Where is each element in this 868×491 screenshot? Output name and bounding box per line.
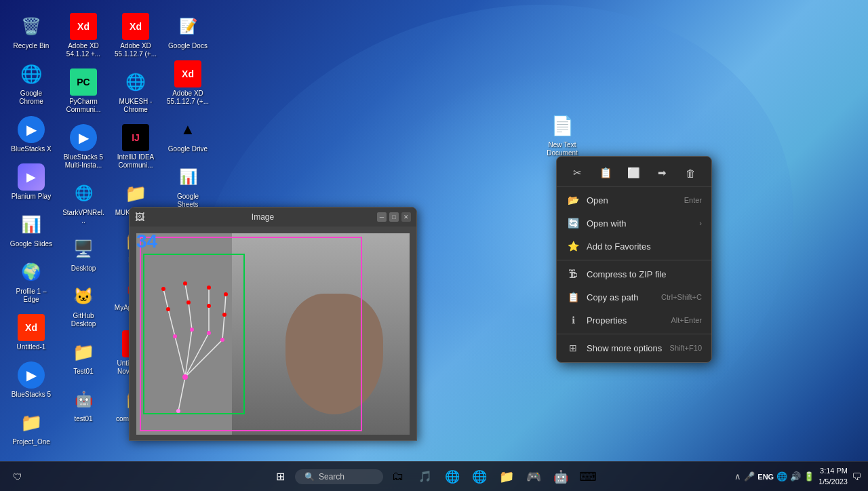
network-icon: 🌐 bbox=[776, 471, 787, 482]
ctx-properties-shortcut: Alt+Enter bbox=[671, 316, 702, 324]
bluestacks-multi-label: BlueStacks 5Multi-Insta... bbox=[64, 153, 103, 170]
taskbar-edge-icon[interactable]: 🎵 bbox=[413, 465, 437, 489]
ctx-open[interactable]: 📂 Open Enter bbox=[557, 189, 711, 212]
icon-pycharm[interactable]: PC PyCharmCommuni... bbox=[59, 66, 108, 117]
language-badge: ENG bbox=[757, 473, 774, 481]
ctx-properties-label: Properties bbox=[587, 315, 627, 326]
close-button[interactable]: ✕ bbox=[401, 212, 411, 222]
icon-bluestacks-x[interactable]: ▶ BlueStacks X bbox=[7, 113, 56, 156]
ctx-copy-path-shortcut: Ctrl+Shift+C bbox=[661, 293, 702, 301]
icon-profile-edge[interactable]: 🌍 Profile 1 –Edge bbox=[7, 256, 56, 307]
ctx-add-favorites[interactable]: ⭐ Add to Favorites bbox=[557, 235, 711, 258]
svg-line-4 bbox=[178, 377, 185, 411]
icon-intellij[interactable]: IJ IntelliJ IDEACommuni... bbox=[111, 121, 160, 172]
ctx-open-with-icon: 🔄 bbox=[566, 216, 580, 230]
ctx-open-with-arrow: › bbox=[699, 219, 702, 227]
taskbar-clock[interactable]: 3:14 PM 1/5/2023 bbox=[818, 466, 848, 487]
adobe-xd2-icon: Xd bbox=[122, 13, 149, 40]
search-bar[interactable]: 🔍 Search bbox=[295, 469, 383, 484]
taskbar-folder-icon[interactable]: 📁 bbox=[494, 465, 519, 489]
mukesh-chrome-label: MUKESH -Chrome bbox=[119, 98, 153, 114]
icon-google-docs[interactable]: 📝 Google Docs bbox=[163, 10, 212, 53]
ctx-delete-icon[interactable]: 🗑 bbox=[681, 163, 700, 182]
ctx-copy-icon[interactable]: 📋 bbox=[596, 163, 615, 182]
github-icon: 🐱 bbox=[70, 283, 97, 310]
ctx-paste-icon[interactable]: ⬜ bbox=[625, 163, 644, 182]
minimize-button[interactable]: ─ bbox=[377, 212, 387, 222]
ctx-copy-path-label: Copy as path bbox=[587, 292, 639, 302]
ctx-more-options-icon: ⊞ bbox=[566, 341, 580, 355]
adobe-xd3-label: Adobe XD55.1.12.7 (+... bbox=[167, 90, 209, 106]
icon-github[interactable]: 🐱 GitHubDesktop bbox=[59, 280, 108, 331]
ctx-properties[interactable]: ℹ Properties Alt+Enter bbox=[557, 309, 711, 332]
icon-untitled1[interactable]: Xd Untitled-1 bbox=[7, 311, 56, 354]
ctx-open-icon: 📂 bbox=[566, 193, 580, 207]
desktop-label: Desktop bbox=[71, 264, 96, 273]
new-text-doc-icon[interactable]: 📄 New Text Document bbox=[538, 112, 587, 157]
notification-icon[interactable]: 🗨 bbox=[852, 471, 861, 482]
bluestacks-multi-icon: ▶ bbox=[70, 124, 97, 151]
security-tray-icon[interactable]: 🛡 bbox=[5, 465, 30, 489]
taskbar-files-icon[interactable]: 🗂 bbox=[386, 465, 410, 489]
svg-line-11 bbox=[222, 315, 224, 340]
svg-point-20 bbox=[186, 300, 191, 305]
icon-adobe-xd-1[interactable]: Xd Adobe XD54.1.12 +... bbox=[59, 10, 108, 61]
icon-starkvpn[interactable]: 🌐 StarkVPNRel... bbox=[59, 177, 108, 228]
planium-icon: ▶ bbox=[18, 163, 45, 191]
icon-desktop[interactable]: 🖥️ Desktop bbox=[59, 233, 108, 275]
svg-line-7 bbox=[189, 302, 192, 330]
taskbar-right: ∧ 🎤 ENG 🌐 🔊 🔋 3:14 PM 1/5/2023 🗨 bbox=[734, 466, 868, 487]
svg-point-16 bbox=[207, 331, 211, 335]
icon-google-drive[interactable]: ▲ Google Drive bbox=[163, 113, 212, 156]
ctx-more-options[interactable]: ⊞ Show more options Shift+F10 bbox=[557, 336, 711, 359]
icon-google-slides-top[interactable]: 📊 Google Slides bbox=[7, 208, 56, 251]
ctx-open-with[interactable]: 🔄 Open with › bbox=[557, 212, 711, 235]
icon-planium[interactable]: ▶ Planium Play bbox=[7, 161, 56, 203]
svg-point-19 bbox=[161, 287, 165, 291]
pycharm-label: PyCharmCommuni... bbox=[66, 98, 100, 114]
ctx-zip-label: Compress to ZIP file bbox=[587, 269, 667, 279]
icon-google-chrome[interactable]: 🌐 GoogleChrome bbox=[7, 58, 56, 109]
icon-adobe-xd-3[interactable]: Xd Adobe XD55.1.12.7 (+... bbox=[163, 58, 212, 109]
taskbar-game-icon[interactable]: 🎮 bbox=[521, 465, 546, 489]
svg-line-6 bbox=[163, 289, 168, 309]
search-label: Search bbox=[319, 472, 344, 482]
ctx-copy-path[interactable]: 📋 Copy as path Ctrl+Shift+C bbox=[557, 286, 711, 309]
gslides-top-icon: 📊 bbox=[18, 211, 45, 238]
icon-project-one[interactable]: 📁 Project_One bbox=[7, 406, 56, 449]
icon-test01-folder[interactable]: 📁 Test01 bbox=[59, 336, 108, 378]
context-menu: ✂ 📋 ⬜ ➡ 🗑 📂 Open Enter 🔄 Open with › ⭐ A… bbox=[556, 156, 712, 363]
profile-edge-label: Profile 1 –Edge bbox=[16, 288, 46, 304]
taskbar-keyboard-icon[interactable]: ⌨ bbox=[576, 465, 600, 489]
icon-test01-android[interactable]: 🤖 test01 bbox=[59, 383, 108, 426]
icon-bluestacks5[interactable]: ▶ BlueStacks 5 bbox=[7, 359, 56, 401]
icon-adobe-xd-2[interactable]: Xd Adobe XD55.1.12.7 (+... bbox=[111, 10, 160, 61]
ctx-share-icon[interactable]: ➡ bbox=[653, 163, 672, 182]
starkvpn-icon: 🌐 bbox=[70, 180, 97, 207]
start-button[interactable]: ⊞ bbox=[268, 465, 292, 489]
ctx-more-options-shortcut: Shift+F10 bbox=[670, 344, 702, 352]
ctx-compress-zip[interactable]: 🗜 Compress to ZIP file bbox=[557, 262, 711, 286]
chevron-up-icon[interactable]: ∧ bbox=[734, 471, 741, 482]
taskbar-chrome2-icon[interactable]: 🌐 bbox=[467, 465, 492, 489]
adobe-xd2-label: Adobe XD55.1.12.7 (+... bbox=[115, 42, 157, 58]
icon-google-sheets[interactable]: 📊 Google Sheets bbox=[163, 161, 212, 212]
icon-bluestacks-multi[interactable]: ▶ BlueStacks 5Multi-Insta... bbox=[59, 121, 108, 172]
svg-point-22 bbox=[207, 304, 211, 308]
sound-icon: 🔊 bbox=[790, 471, 801, 482]
intellij-label: IntelliJ IDEACommuni... bbox=[117, 153, 154, 170]
ctx-toolbar: ✂ 📋 ⬜ ➡ 🗑 bbox=[557, 159, 711, 187]
gslides-top-label: Google Slides bbox=[10, 240, 52, 248]
google-sheets-icon: 📊 bbox=[174, 163, 201, 191]
bluestacks-x-label: BlueStacks X bbox=[11, 145, 51, 153]
taskbar: 🛡 ⊞ 🔍 Search 🗂 🎵 🌐 🌐 📁 🎮 🤖 ⌨ ∧ 🎤 ENG 🌐 bbox=[0, 461, 868, 491]
maximize-button[interactable]: □ bbox=[389, 212, 399, 222]
ctx-cut-icon[interactable]: ✂ bbox=[568, 163, 587, 182]
taskbar-chrome-icon[interactable]: 🌐 bbox=[440, 465, 465, 489]
ctx-properties-icon: ℹ bbox=[566, 313, 580, 327]
taskbar-android-icon[interactable]: 🤖 bbox=[549, 465, 573, 489]
test01-icon: 📁 bbox=[70, 338, 97, 366]
icon-mukesh-chrome[interactable]: 🌐 MUKESH -Chrome bbox=[111, 66, 160, 117]
pycharm-icon: PC bbox=[70, 68, 97, 96]
icon-recycle-bin[interactable]: 🗑️ Recycle Bin bbox=[7, 10, 56, 53]
